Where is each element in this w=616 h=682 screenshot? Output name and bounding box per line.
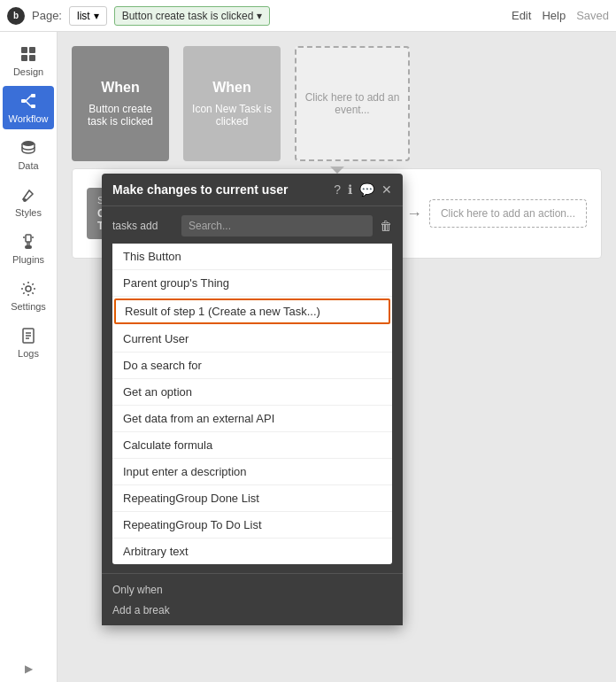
dropdown-item-label: RepeatingGroup To Do List (123, 518, 262, 531)
trash-icon[interactable]: 🗑 (380, 219, 392, 233)
sidebar-item-workflow[interactable]: Workflow (3, 86, 54, 129)
svg-rect-14 (25, 245, 32, 249)
svg-rect-2 (21, 55, 27, 61)
help-link[interactable]: Help (542, 9, 566, 22)
only-when-label: Only when (112, 584, 163, 596)
dropdown-item-label: Parent group's Thing (123, 276, 229, 290)
page-dropdown[interactable]: list ▾ (69, 6, 107, 26)
modal-body: tasks add 🗑 This Button Parent group's T… (102, 206, 403, 573)
svg-rect-5 (31, 94, 35, 97)
flow-icon (19, 91, 38, 111)
page-label: Page: (32, 9, 62, 22)
dropdown-item-external-api[interactable]: Get data from an external API (112, 406, 392, 432)
sidebar-item-label: Plugins (12, 254, 44, 265)
svg-rect-6 (31, 105, 35, 108)
modal-header-icons: ? ℹ 💬 ✕ (334, 182, 392, 197)
svg-rect-3 (29, 55, 35, 61)
logo: b (7, 7, 25, 25)
sidebar-item-styles[interactable]: Styles (3, 180, 54, 223)
svg-line-8 (26, 101, 31, 106)
help-icon[interactable]: ? (334, 182, 341, 197)
sidebar: Design Workflow Data Styles Plugins (0, 32, 58, 682)
workflow-content: When Button create task is clicked When … (58, 32, 616, 682)
chevron-down-icon: ▾ (94, 10, 99, 22)
sidebar-item-settings[interactable]: Settings (3, 274, 54, 317)
dropdown-item-this-button[interactable]: This Button (112, 244, 392, 270)
svg-point-10 (23, 198, 27, 202)
search-input[interactable] (181, 215, 373, 236)
svg-rect-4 (21, 99, 26, 103)
svg-point-17 (26, 286, 31, 291)
dropdown-item-calculate[interactable]: Calculate formula (112, 432, 392, 459)
field-label-tasks: tasks add (112, 220, 174, 232)
close-icon[interactable]: ✕ (381, 182, 392, 197)
top-nav: Edit Help Saved (512, 9, 609, 22)
plug-icon (19, 232, 38, 252)
sidebar-item-plugins[interactable]: Plugins (3, 227, 54, 270)
dropdown-item-label: Result of step 1 (Create a new Task...) (125, 305, 320, 318)
sidebar-item-logs[interactable]: Logs (3, 321, 54, 364)
dropdown-item-label: Current User (123, 332, 189, 345)
db-icon (19, 138, 38, 158)
field-row-tasks: tasks add 🗑 (112, 215, 392, 236)
dropdown-item-result-step1[interactable]: Result of step 1 (Create a new Task...) (114, 298, 390, 324)
sidebar-item-label: Workflow (8, 113, 48, 124)
grid-icon (19, 44, 38, 64)
svg-rect-0 (21, 47, 27, 53)
dropdown-item-label: RepeatingGroup Done List (123, 492, 259, 505)
svg-rect-1 (29, 47, 35, 53)
modal-title: Make changes to current user (112, 182, 288, 197)
dropdown-item-do-search[interactable]: Do a search for (112, 353, 392, 379)
sidebar-item-label: Settings (11, 301, 46, 312)
dropdown-item-label: Arbitrary text (123, 545, 189, 558)
gear-icon (19, 279, 38, 298)
dropdown-item-repeating-done[interactable]: RepeatingGroup Done List (112, 485, 392, 512)
add-break-row[interactable]: Add a break (112, 600, 392, 620)
main-layout: Design Workflow Data Styles Plugins (0, 32, 616, 682)
sidebar-item-label: Data (18, 160, 38, 171)
sidebar-item-label: Design (13, 66, 43, 77)
doc-icon (19, 326, 38, 345)
svg-line-7 (26, 96, 31, 101)
search-input-wrap (181, 215, 373, 236)
sidebar-item-data[interactable]: Data (3, 133, 54, 176)
sidebar-expand[interactable]: ▶ (18, 655, 40, 682)
dropdown-item-arbitrary-text[interactable]: Arbitrary text (112, 539, 392, 564)
dropdown-item-label: Calculate formula (123, 438, 212, 452)
workflow-dropdown[interactable]: Button create task is clicked ▾ (114, 6, 271, 26)
dropdown-item-label: Input enter a description (123, 465, 246, 478)
make-changes-modal: Make changes to current user ? ℹ 💬 ✕ tas… (102, 174, 403, 625)
sidebar-item-label: Logs (18, 348, 39, 359)
dropdown-item-label: Get data from an external API (123, 412, 274, 425)
svg-rect-11 (26, 235, 31, 242)
only-when-row[interactable]: Only when (112, 579, 392, 600)
modal-header: Make changes to current user ? ℹ 💬 ✕ (102, 174, 403, 206)
svg-point-9 (22, 141, 35, 146)
chat-icon[interactable]: 💬 (359, 182, 374, 197)
brush-icon (19, 185, 38, 205)
add-break-label: Add a break (112, 604, 170, 616)
dropdown-item-label: Do a search for (123, 359, 202, 372)
dropdown-list: This Button Parent group's Thing Result … (112, 244, 392, 564)
dropdown-item-label: This Button (123, 250, 181, 263)
top-bar: b Page: list ▾ Button create task is cli… (0, 0, 616, 32)
info-icon[interactable]: ℹ (348, 182, 352, 197)
sidebar-item-design[interactable]: Design (3, 39, 54, 82)
saved-status: Saved (576, 9, 609, 22)
dropdown-item-repeating-todo[interactable]: RepeatingGroup To Do List (112, 512, 392, 539)
modal-overlay: Make changes to current user ? ℹ 💬 ✕ tas… (58, 32, 616, 682)
dropdown-item-get-option[interactable]: Get an option (112, 379, 392, 406)
dropdown-item-current-user[interactable]: Current User (112, 326, 392, 353)
dropdown-item-input-description[interactable]: Input enter a description (112, 459, 392, 485)
sidebar-item-label: Styles (15, 207, 42, 218)
edit-link[interactable]: Edit (512, 9, 531, 22)
dropdown-item-parent-group-thing[interactable]: Parent group's Thing (112, 270, 392, 297)
chevron-down-icon: ▾ (257, 10, 262, 22)
dropdown-item-label: Get an option (123, 385, 192, 399)
